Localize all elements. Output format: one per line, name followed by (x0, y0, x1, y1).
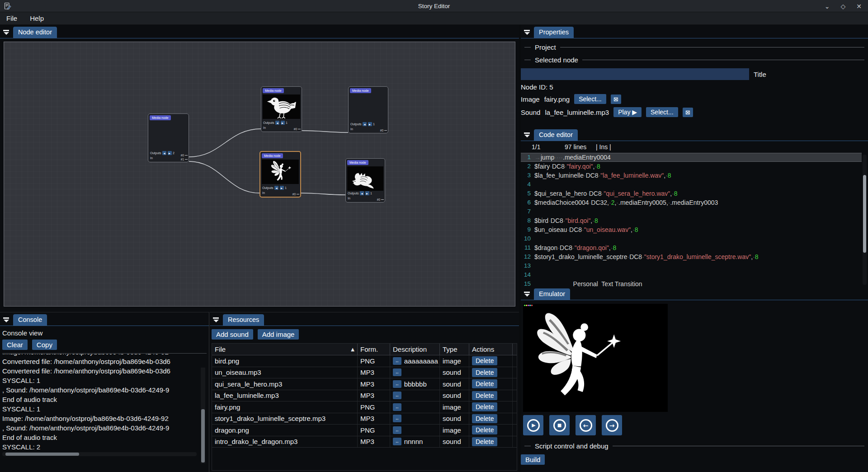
code-line[interactable]: 11$dragon·DC8·"dragon.qoi",·8 (521, 243, 862, 252)
collapse-emulator-icon[interactable] (524, 292, 530, 297)
code-line[interactable]: 13 (521, 261, 862, 270)
edit-description-button[interactable]: .. (393, 368, 401, 376)
delete-button[interactable]: Delete (472, 437, 497, 446)
node-choice[interactable]: Media nodeOutputs◀▶1In#0 (348, 86, 388, 133)
node-dragon[interactable]: Media nodeOutputs◀▶1In#0 (345, 158, 385, 203)
code-line[interactable]: 4 (521, 180, 862, 189)
stop-button[interactable]: ■ (549, 415, 570, 435)
step-back-button[interactable]: ← (576, 415, 596, 435)
copy-button[interactable]: Copy (32, 340, 57, 350)
build-button[interactable]: Build (521, 454, 545, 465)
tab-resources[interactable]: Resources (223, 314, 264, 326)
column-header-type[interactable]: Type (440, 344, 469, 355)
edit-description-button[interactable]: .. (393, 415, 401, 422)
code-line[interactable]: 7 (521, 207, 862, 216)
console-vertical-scrollbar[interactable] (201, 368, 205, 463)
node-input-pin[interactable]: In (348, 197, 350, 200)
console-vertical-scrollbar-thumb[interactable] (201, 409, 205, 463)
delete-button[interactable]: Delete (472, 379, 497, 388)
code-line[interactable]: 10 (521, 234, 862, 243)
code-line[interactable]: 5$qui_sera_le_hero·DC8·"qui_sera_le_hero… (521, 189, 862, 198)
code-lines[interactable]: 1→jump····.mediaEntry00042$fairy·DC8·"fa… (521, 153, 862, 287)
edit-description-button[interactable]: .. (393, 438, 401, 445)
menu-item-file[interactable]: File (0, 12, 24, 24)
add-image-button[interactable]: Add image (258, 329, 299, 340)
collapse-console-icon[interactable] (3, 317, 9, 323)
code-line[interactable]: 15 Personal Text Transition (521, 279, 862, 287)
tab-node-editor[interactable]: Node editor (13, 27, 57, 38)
edit-description-button[interactable]: .. (393, 426, 401, 434)
node-input-pin[interactable]: In (262, 191, 265, 194)
delete-button[interactable]: Delete (472, 368, 497, 377)
window-close-button[interactable]: ✕ (856, 3, 862, 9)
node-entry[interactable]: Media nodeOutputs◀▶2In#0#1 (148, 113, 189, 162)
column-header-description[interactable]: Description (390, 344, 440, 355)
title-input[interactable] (521, 68, 749, 80)
code-line[interactable]: 3$la_fee_luminelle·DC8·"la_fee_luminelle… (521, 171, 862, 180)
menu-item-help[interactable]: Help (24, 12, 50, 24)
code-line[interactable]: 12$story1_drako_luminelle_sceptre·DC8·"s… (521, 252, 862, 261)
delete-button[interactable]: Delete (472, 356, 497, 365)
collapse-node-editor-icon[interactable] (3, 30, 9, 35)
play-button[interactable]: ▶ (523, 415, 543, 435)
tab-properties[interactable]: Properties (534, 27, 574, 38)
edit-description-button[interactable]: .. (393, 392, 401, 399)
edit-description-button[interactable]: .. (393, 403, 401, 411)
code-line[interactable]: 6$mediaChoice0004·DC32,·2,·.mediaEntry00… (521, 198, 862, 207)
column-header-file[interactable]: File▲ (212, 344, 358, 355)
code-line[interactable]: 8$bird·DC8·"bird.qoi",·8 (521, 216, 862, 225)
sound-play-button[interactable]: Play ▶ (613, 107, 642, 117)
code-line[interactable]: 2$fairy·DC8·"fairy.qoi",·8 (521, 162, 862, 171)
add-sound-button[interactable]: Add sound (212, 329, 253, 340)
window-minimize-button[interactable]: ⌄ (825, 3, 830, 9)
output-prev-button[interactable]: ◀ (275, 121, 279, 125)
step-forward-button[interactable]: → (602, 415, 622, 435)
collapse-properties-icon[interactable] (524, 30, 530, 35)
tab-console[interactable]: Console (13, 314, 47, 326)
column-header-actions[interactable]: Actions (469, 344, 513, 355)
output-pin[interactable]: #1 (181, 157, 188, 161)
tab-emulator[interactable]: Emulator (534, 288, 570, 300)
sound-clear-button[interactable]: ⊠ (683, 108, 693, 117)
node-bird[interactable]: Media nodeOutputs◀▶1In#0 (261, 86, 302, 132)
output-next-button[interactable]: ▶ (365, 191, 369, 195)
output-prev-button[interactable]: ◀ (162, 151, 166, 155)
console-horizontal-scrollbar-thumb[interactable] (5, 453, 79, 456)
console-log[interactable]: Image: /home/anthony/ostproj/ba869e4b-03… (2, 354, 197, 450)
code-line[interactable]: 1→jump····.mediaEntry0004 (521, 153, 862, 162)
output-prev-button[interactable]: ◀ (274, 186, 278, 190)
window-maximize-button[interactable]: ◇ (840, 3, 845, 9)
edit-description-button[interactable]: .. (393, 380, 401, 388)
collapse-code-editor-icon[interactable] (524, 132, 530, 138)
delete-button[interactable]: Delete (472, 402, 497, 411)
column-header-form[interactable]: Form. (358, 344, 390, 355)
output-pin[interactable]: #0 (294, 127, 301, 131)
node-canvas[interactable]: Media nodeOutputs◀▶2In#0#1Media nodeOutp… (4, 42, 515, 307)
code-editor-scrollbar-thumb[interactable] (863, 175, 866, 253)
edit-description-button[interactable]: .. (393, 357, 401, 365)
image-clear-button[interactable]: ⊠ (611, 94, 621, 104)
tab-code-editor[interactable]: Code editor (534, 129, 578, 141)
output-next-button[interactable]: ▶ (281, 121, 285, 125)
code-editor-scrollbar[interactable] (863, 155, 867, 285)
output-next-button[interactable]: ▶ (280, 186, 284, 190)
output-pin[interactable]: #0 (292, 192, 299, 196)
output-pin[interactable]: #0 (181, 153, 188, 157)
output-next-button[interactable]: ▶ (168, 151, 172, 155)
clear-button[interactable]: Clear (2, 340, 28, 350)
delete-button[interactable]: Delete (472, 414, 497, 423)
output-prev-button[interactable]: ◀ (360, 191, 364, 195)
console-horizontal-scrollbar[interactable] (2, 452, 197, 456)
output-pin[interactable]: #0 (380, 128, 387, 132)
sound-select-button[interactable]: Select... (646, 107, 678, 117)
code-line[interactable]: 14 (521, 270, 862, 279)
node-fairy[interactable]: Media nodeOutputs◀▶1In#0 (259, 151, 301, 198)
output-next-button[interactable]: ▶ (368, 122, 372, 126)
node-input-pin[interactable]: In (150, 156, 153, 160)
delete-button[interactable]: Delete (472, 391, 497, 400)
node-input-pin[interactable]: In (263, 126, 266, 129)
code-line[interactable]: 9$un_oiseau·DC8·"un_oiseau.wav",·8 (521, 225, 862, 234)
output-pin[interactable]: #0 (377, 198, 384, 202)
delete-button[interactable]: Delete (472, 425, 497, 434)
node-input-pin[interactable]: In (350, 127, 353, 131)
